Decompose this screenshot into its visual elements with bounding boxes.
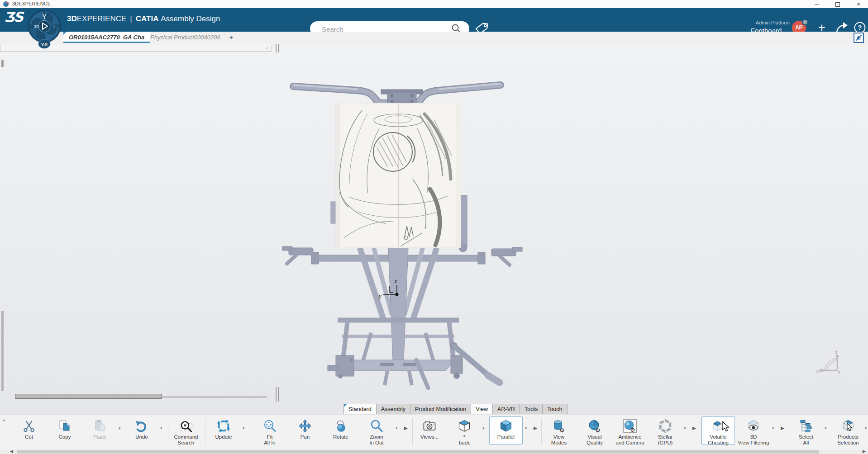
document-tab-bar: OR01015AAC2770_GA Cha Physical Product00… xyxy=(0,32,868,44)
vertical-scrollbar-thumb[interactable] xyxy=(1,60,4,67)
toolbar-separator xyxy=(205,418,205,445)
section-tab-ar-vr[interactable]: AR-VR xyxy=(492,404,520,414)
svg-text:⚙: ⚙ xyxy=(630,426,635,433)
app-name: CATIA xyxy=(136,14,159,23)
app-title: 3DEXPERIENCE|CATIA Assembly Design xyxy=(67,14,220,24)
axis-z-label: z xyxy=(394,278,397,284)
toolbar-scrollbar-thumb[interactable] xyxy=(17,450,819,454)
flyout-arrow-icon[interactable]: ▶ xyxy=(404,426,408,430)
dropdown-caret-icon[interactable]: ▾ xyxy=(684,426,686,430)
paste-button[interactable]: Paste xyxy=(83,416,117,445)
command-search-icon xyxy=(179,419,193,433)
pan-icon xyxy=(298,419,312,433)
dropdown-caret-icon[interactable]: ▾ xyxy=(772,426,774,430)
section-tab-standard[interactable]: Standard xyxy=(343,404,377,414)
window-title: 3DEXPERIENCE xyxy=(12,1,51,6)
back-view-button[interactable]: *back xyxy=(448,416,481,445)
section-tab-view[interactable]: View xyxy=(471,404,493,414)
cut-icon xyxy=(22,419,36,433)
parallel-icon xyxy=(499,419,513,433)
copy-icon xyxy=(58,419,72,433)
fit-all-in-icon xyxy=(263,419,277,433)
copy-button[interactable]: Copy xyxy=(48,416,81,445)
close-button[interactable]: ✕ xyxy=(851,0,866,8)
3d-viewport-scene: z y z y x xyxy=(0,43,868,415)
undo-icon xyxy=(135,419,148,433)
sketch-paper[interactable] xyxy=(336,103,461,248)
active-tab-corner xyxy=(344,404,347,407)
flyout-arrow-icon[interactable]: ▶ xyxy=(781,426,784,430)
maximize-button[interactable] xyxy=(830,0,845,8)
section-tab-assembly[interactable]: Assembly xyxy=(376,404,410,414)
stellar-gpu-button[interactable]: Stellar(GPU) xyxy=(649,416,682,445)
pan-button[interactable]: Pan xyxy=(288,416,322,445)
view-modes-icon: ⚙ xyxy=(552,419,566,433)
brand-rest: EXPERIENCE xyxy=(77,14,127,23)
dropdown-caret-icon[interactable]: ▾ xyxy=(119,426,121,430)
toolbar-button-label: Stellar(GPU) xyxy=(638,434,692,446)
tree-collapse-chevron-icon[interactable]: ‹ xyxy=(266,45,268,51)
flyout-arrow-icon[interactable]: ▶ xyxy=(692,426,696,430)
zoom-in-out-icon xyxy=(370,419,383,433)
dropdown-caret-icon[interactable]: ▾ xyxy=(243,426,245,430)
view-triad-robot[interactable]: z y x xyxy=(816,350,840,374)
toolbar-collapse-chevron-icon[interactable]: ⌄ xyxy=(2,416,6,422)
toolbar-scroll-right-icon[interactable]: ▶ xyxy=(863,449,866,454)
parallel-button[interactable]: Parallel xyxy=(489,416,523,445)
paste-icon xyxy=(93,419,107,433)
document-tab-inactive[interactable]: Physical Product00040206 xyxy=(148,32,223,43)
toolbar-scroll-left-icon[interactable]: ◀ xyxy=(10,449,13,454)
update-button[interactable]: Update xyxy=(207,416,240,445)
toolbar-button-label: 3DView Filtering xyxy=(726,434,781,446)
select-all-icon xyxy=(799,419,813,433)
3d-view-filtering-button[interactable]: 3DView Filtering xyxy=(737,416,770,445)
svg-text:?: ? xyxy=(858,24,862,31)
avatar-status-badge xyxy=(802,19,808,25)
compass-icon[interactable]: 3D i V.R xyxy=(28,9,61,50)
toolbar-button-label: ProductsSelection xyxy=(821,434,868,446)
toolbar-button-label: Parallel xyxy=(479,434,533,440)
panel-splitter-handle[interactable] xyxy=(276,387,279,402)
command-search-button[interactable]: CommandSearch xyxy=(169,416,203,445)
dropdown-caret-icon[interactable]: ▾ xyxy=(525,426,527,430)
stellar-gpu-icon xyxy=(658,419,672,433)
view-filtering-icon xyxy=(747,419,760,433)
products-selection-icon xyxy=(841,419,855,433)
window-titlebar: 3DEXPERIENCE ✕ xyxy=(0,0,868,9)
undo-button[interactable]: Undo xyxy=(125,416,158,445)
select-all-button[interactable]: SelectAll xyxy=(789,416,823,445)
vertical-scrollbar-thumb[interactable] xyxy=(1,311,4,391)
horizontal-scrollbar-thumb[interactable] xyxy=(15,394,162,399)
panel-splitter-handle[interactable] xyxy=(276,44,279,52)
flyout-arrow-icon[interactable]: ▶ xyxy=(534,426,537,430)
app-icon xyxy=(3,1,9,7)
minimize-button[interactable] xyxy=(809,0,825,8)
dropdown-caret-icon[interactable]: ▾ xyxy=(825,426,827,430)
triad-z-label: z xyxy=(835,350,838,355)
section-tab-touch[interactable]: Touch xyxy=(542,404,567,414)
compass-3d-label: 3D xyxy=(34,24,39,29)
svg-text:⚙: ⚙ xyxy=(559,427,565,433)
dropdown-caret-icon[interactable]: ▾ xyxy=(160,426,162,430)
3d-viewport[interactable]: z y z y x ‹ StandardAs xyxy=(0,43,868,415)
collapse-viewport-icon[interactable] xyxy=(854,33,864,43)
svg-text:⚙: ⚙ xyxy=(595,427,601,433)
action-bar: ⌄ CutCopyPaste▾Undo▾CommandSearchUpdate▾… xyxy=(0,415,868,454)
visual-quality-icon: ⚙ xyxy=(588,419,601,433)
triad-x-label: x xyxy=(838,370,840,374)
section-tab-product-modification[interactable]: Product Modification xyxy=(410,404,471,414)
compass-vr-label: V.R xyxy=(41,42,48,47)
new-tab-button[interactable]: + xyxy=(226,33,236,43)
document-tab-active[interactable]: OR01015AAC2770_GA Cha xyxy=(63,32,150,43)
section-tab-tools[interactable]: Tools xyxy=(520,404,543,414)
dropdown-caret-icon[interactable]: ▾ xyxy=(865,426,867,430)
section-tab-bar: StandardAssemblyProduct ModificationView… xyxy=(344,404,568,414)
dropdown-caret-icon[interactable]: ▾ xyxy=(482,426,485,430)
fit-all-in-button[interactable]: FitAll In xyxy=(253,416,286,445)
views-icon xyxy=(423,419,436,433)
dropdown-caret-icon[interactable]: ▾ xyxy=(396,426,398,430)
zoom-in-out-button[interactable]: ZoomIn Out xyxy=(360,416,393,445)
cut-button[interactable]: Cut xyxy=(12,416,46,445)
products-selection-button[interactable]: ProductsSelection xyxy=(831,416,865,445)
top-bar: ƷS 3DEXPERIENCE|CATIA Assembly Design Ad… xyxy=(0,8,868,32)
